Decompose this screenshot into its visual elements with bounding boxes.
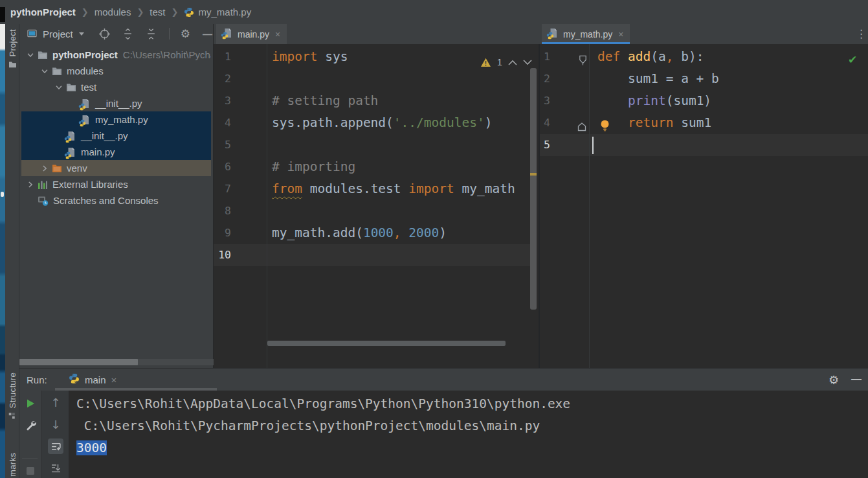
code-line-4[interactable]: return sum1 xyxy=(597,112,711,134)
tree-item--init-py[interactable]: __init__.py xyxy=(21,95,211,111)
console-line-2[interactable]: C:\Users\Rohit\PycharmProjects\pythonPro… xyxy=(76,415,540,437)
tool-window-button-structure[interactable]: Structure xyxy=(5,372,19,420)
next-problem-icon[interactable] xyxy=(523,60,532,65)
line-number[interactable]: 5 xyxy=(214,134,231,156)
editor-main-py[interactable]: 1import sys23# setting path4sys.path.app… xyxy=(214,44,539,368)
next-occurrence-button[interactable]: ↓ xyxy=(48,416,63,432)
breadcrumb-item[interactable]: modules xyxy=(95,6,131,17)
soft-wrap-toggle[interactable] xyxy=(48,438,63,454)
line-number[interactable]: 3 xyxy=(214,90,231,112)
line-number[interactable]: 6 xyxy=(214,156,231,178)
code-line-7[interactable]: from modules.test import my_math xyxy=(272,178,515,200)
line-number[interactable]: 9 xyxy=(214,222,231,244)
code-line-2[interactable]: sum1 = a + b xyxy=(597,68,719,90)
line-number[interactable]: 3 xyxy=(540,90,550,112)
prev-problem-icon[interactable] xyxy=(508,60,517,65)
line-number[interactable]: 7 xyxy=(214,178,231,200)
chevron-down-icon[interactable] xyxy=(79,32,84,36)
warning-stripe-mark[interactable] xyxy=(530,173,537,176)
editor-tab-main-py[interactable]: main.py × xyxy=(216,24,287,44)
line-number[interactable]: 10 xyxy=(214,244,231,266)
line-number[interactable]: 8 xyxy=(214,200,231,222)
tree-item-modules[interactable]: modules xyxy=(21,63,211,79)
close-icon[interactable]: × xyxy=(275,29,280,40)
tree-item--init-py[interactable]: __init__.py xyxy=(21,128,211,144)
inspection-widget[interactable]: 1 xyxy=(480,51,532,73)
run-console[interactable]: C:\Users\Rohit\AppData\Local\Programs\Py… xyxy=(69,391,868,478)
rerun-button[interactable] xyxy=(23,396,38,411)
tree-item-label: main.py xyxy=(81,146,115,157)
editor-horizontal-scrollbar[interactable] xyxy=(267,341,506,346)
edge-black-block xyxy=(0,7,5,22)
stop-process-button[interactable] xyxy=(23,463,38,478)
tree-item-label: venv xyxy=(67,163,87,174)
close-icon[interactable]: × xyxy=(618,29,623,40)
code-line-1[interactable]: def add(a, b): xyxy=(597,46,704,68)
python-icon xyxy=(69,373,80,384)
tool-window-button-project[interactable]: Project xyxy=(5,29,19,68)
chevron-down-icon[interactable] xyxy=(40,67,49,76)
hide-panel-button[interactable]: — xyxy=(203,28,212,40)
chevron-right-icon[interactable] xyxy=(26,180,35,189)
code-line-3[interactable]: print(sum1) xyxy=(597,90,711,112)
editor-tab-my-math-py[interactable]: my_math.py × xyxy=(542,24,630,44)
console-line-3[interactable]: 3000 xyxy=(76,437,107,459)
tree-item-scratches-and-consoles[interactable]: Scratches and Consoles xyxy=(21,192,211,209)
project-scrollbar-thumb[interactable] xyxy=(19,359,138,365)
gutter-separator xyxy=(589,44,590,368)
chevron-down-icon[interactable] xyxy=(26,51,35,60)
line-number[interactable]: 1 xyxy=(540,46,550,68)
tool-window-button-bookmarks[interactable]: marks xyxy=(5,453,19,478)
warning-icon xyxy=(480,58,491,67)
prev-occurrence-button[interactable]: ↑ xyxy=(48,394,63,410)
chevron-right-icon[interactable] xyxy=(40,164,49,173)
fold-region-icon[interactable] xyxy=(578,55,588,65)
collapse-all-icon[interactable] xyxy=(146,28,157,40)
toolbar-separator xyxy=(22,458,38,459)
line-number[interactable]: 2 xyxy=(540,68,550,90)
project-panel-title[interactable]: Project xyxy=(43,28,73,40)
tree-item-my-math-py[interactable]: my_math.py xyxy=(21,111,211,128)
code-line-3[interactable]: # setting path xyxy=(272,90,378,112)
code-line-1[interactable]: import sys xyxy=(272,46,348,68)
editor-my-math-py[interactable]: 1 def add(a, b):2 sum1 = a + b3 print(su… xyxy=(539,44,868,368)
no-problems-check-icon[interactable]: ✔ xyxy=(848,49,857,71)
console-line-1[interactable]: C:\Users\Rohit\AppData\Local\Programs\Py… xyxy=(76,393,570,415)
hide-run-panel-button[interactable]: — xyxy=(847,370,866,389)
line-number[interactable]: 1 xyxy=(214,46,231,68)
python-icon xyxy=(221,32,228,40)
line-number[interactable]: 2 xyxy=(214,68,231,90)
select-opened-file-icon[interactable] xyxy=(99,28,110,40)
edit-configuration-button[interactable] xyxy=(23,417,38,433)
minimize-icon: — xyxy=(851,374,862,385)
python-file-icon xyxy=(223,28,233,38)
scroll-to-end-button[interactable] xyxy=(48,461,63,476)
code-line-9[interactable]: my_math.add(1000, 2000) xyxy=(272,222,447,244)
project-scrollbar-track[interactable] xyxy=(19,359,214,365)
line-number[interactable]: 5 xyxy=(540,134,550,156)
code-line-4[interactable]: sys.path.append('../modules') xyxy=(272,112,492,134)
breadcrumb-item[interactable]: test xyxy=(150,6,165,17)
tree-item-label: pythonProject xyxy=(52,49,118,60)
expand-all-icon[interactable] xyxy=(122,28,133,40)
breadcrumb-item[interactable]: pythonProject xyxy=(10,6,76,17)
tree-item-pythonproject[interactable]: pythonProject C:\Users\Rohit\Pycha xyxy=(21,47,211,63)
run-tab-main[interactable]: main × xyxy=(69,371,117,388)
code-line-6[interactable]: # importing xyxy=(272,156,355,178)
tree-item-label: Scratches and Consoles xyxy=(53,195,159,206)
tree-item-test[interactable]: test xyxy=(21,79,211,95)
tree-item-main-py[interactable]: main.py xyxy=(21,144,211,160)
chevron-down-icon[interactable] xyxy=(54,83,63,92)
tree-item-venv[interactable]: venv xyxy=(21,160,211,176)
run-settings-button[interactable]: ⚙ xyxy=(824,370,843,389)
line-number[interactable]: 4 xyxy=(540,112,550,134)
tab-options-menu[interactable]: ⋮ xyxy=(856,27,867,40)
gear-icon[interactable]: ⚙ xyxy=(181,27,190,40)
bookmark-home-icon[interactable] xyxy=(577,122,587,132)
tree-item-external-libraries[interactable]: External Libraries xyxy=(21,176,211,192)
breadcrumb-item[interactable]: my_math.py xyxy=(184,6,251,17)
line-number[interactable]: 4 xyxy=(214,112,231,134)
editor-vertical-scrollbar[interactable] xyxy=(530,68,537,310)
python-file-icon xyxy=(80,115,91,125)
close-icon[interactable]: × xyxy=(111,374,117,385)
